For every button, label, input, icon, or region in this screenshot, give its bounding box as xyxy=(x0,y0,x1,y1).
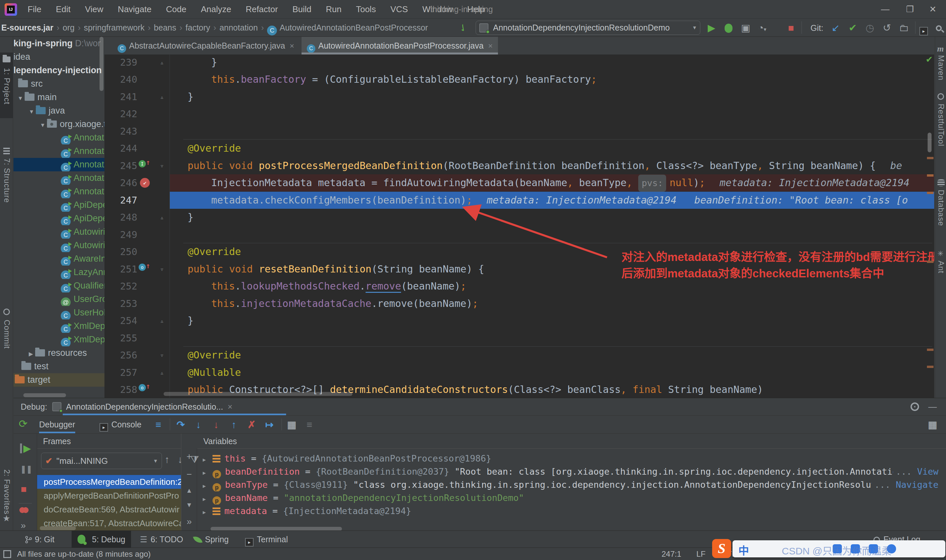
code-editor[interactable]: 239▵} 240this.beanFactory = (Configurabl… xyxy=(105,54,934,398)
collapse-icon[interactable]: ▼ xyxy=(27,105,36,117)
project-vertical-scrollbar[interactable] xyxy=(100,37,103,91)
tree-item-annotation[interactable]: @UserGrou xyxy=(14,292,105,306)
move-down-icon[interactable]: ▼ xyxy=(181,501,197,509)
line-number[interactable]: 250 xyxy=(106,243,137,260)
editor-vertical-scrollbar[interactable] xyxy=(928,132,932,152)
debug-button[interactable] xyxy=(722,22,735,34)
layout-icon[interactable]: ≡ xyxy=(151,418,165,432)
stop-icon[interactable]: ■ xyxy=(21,483,26,495)
fold-marker-icon[interactable]: ▿ xyxy=(157,261,167,278)
menu-run[interactable]: Run xyxy=(319,0,349,19)
line-number[interactable]: 247 xyxy=(106,192,137,209)
tree-item-class[interactable]: CUserHold xyxy=(14,306,105,319)
variable-row-beanname[interactable]: ▶pbeanName = "annotationDependencyInject… xyxy=(203,491,938,505)
collapse-icon[interactable]: ▼ xyxy=(39,118,47,131)
line-number[interactable]: 245 xyxy=(106,157,137,174)
stack-frame-selected[interactable]: postProcessMergedBeanDefinition:2 xyxy=(37,475,181,489)
line-number[interactable]: 257 xyxy=(106,364,137,381)
tree-root[interactable]: king-in-spring D:\wor xyxy=(14,37,105,50)
caret-position[interactable]: 247:1 xyxy=(661,548,681,560)
run-to-cursor-icon[interactable]: ↦ xyxy=(262,418,276,432)
line-number[interactable]: 244 xyxy=(106,140,137,157)
line-number[interactable]: 242 xyxy=(106,105,137,122)
stripe-mark[interactable] xyxy=(927,192,934,194)
stack-frame[interactable]: applyMergedBeanDefinitionPostPro xyxy=(37,489,181,503)
tree-item-class[interactable]: CAwareInt xyxy=(14,252,105,266)
git-update-icon[interactable]: ↙ xyxy=(829,22,842,34)
line-number[interactable]: 243 xyxy=(106,123,137,140)
tree-item-class[interactable]: CAnnotati xyxy=(14,131,105,145)
line-number[interactable]: 253 xyxy=(106,295,137,312)
override-marker-icon[interactable]: o↑ xyxy=(139,381,158,391)
profiler-button[interactable]: ◔▾ xyxy=(755,22,769,34)
tool-button-commit[interactable]: Commit xyxy=(2,320,11,349)
toolwindow-toggle-icon[interactable] xyxy=(3,550,11,558)
stack-frame[interactable]: doCreateBean:569, AbstractAutowir xyxy=(37,503,181,516)
fold-marker-icon[interactable]: ▵ xyxy=(157,312,167,329)
tree-item-src[interactable]: src xyxy=(14,77,105,91)
tree-item-class[interactable]: CApiDepe xyxy=(14,212,105,225)
tree-item-class[interactable]: CAnnotati xyxy=(14,171,105,185)
tool-button-git[interactable]: 9: Git xyxy=(19,531,60,548)
line-number[interactable]: 252 xyxy=(106,278,137,295)
stripe-mark[interactable] xyxy=(927,261,934,263)
menu-tools[interactable]: Tools xyxy=(349,0,383,19)
layout-settings-icon[interactable]: ▦ xyxy=(926,418,940,432)
line-number[interactable]: 258 xyxy=(106,381,137,398)
coverage-button[interactable]: ▣ xyxy=(739,22,752,34)
fold-marker-icon[interactable]: ▵ xyxy=(157,364,167,381)
hide-icon[interactable]: — xyxy=(928,398,937,415)
close-icon[interactable]: × xyxy=(488,42,493,50)
project-horizontal-scrollbar[interactable] xyxy=(23,393,66,397)
stop-button[interactable]: ■ xyxy=(784,22,798,34)
tree-item-java[interactable]: ▼java xyxy=(14,104,105,117)
tool-button-spring[interactable]: Spring xyxy=(188,531,234,548)
rollback-icon[interactable]: ↺ xyxy=(880,22,894,34)
tab-console[interactable]: ▸Console xyxy=(100,415,142,433)
step-over-icon[interactable]: ↷ xyxy=(174,418,188,432)
tool-button-project[interactable]: 1: Project xyxy=(2,68,11,105)
trace-settings-icon[interactable]: ≡ xyxy=(302,418,316,432)
tree-item-module[interactable]: lependency-injection xyxy=(14,64,105,77)
menu-analyze[interactable]: Analyze xyxy=(194,0,239,19)
fold-marker-icon[interactable]: ▿ xyxy=(157,157,167,174)
variable-row-metadata[interactable]: ▶metadata = {InjectionMetadata@2194} xyxy=(203,505,938,518)
tree-item-class[interactable]: CXmlDepe xyxy=(14,319,105,333)
step-out-icon[interactable]: ↑ xyxy=(227,418,241,432)
line-number[interactable]: 251 xyxy=(106,261,137,278)
line-number[interactable]: 249 xyxy=(106,226,137,243)
menu-file[interactable]: File xyxy=(20,0,49,19)
expand-icon[interactable]: ▶ xyxy=(203,466,213,478)
breakpoint-icon[interactable]: ✔ xyxy=(140,178,150,188)
tab-debugger[interactable]: Debugger xyxy=(39,415,75,433)
line-number[interactable]: 240 xyxy=(106,71,137,88)
menu-build[interactable]: Build xyxy=(285,0,319,19)
close-icon[interactable]: × xyxy=(228,402,233,411)
remove-watch-icon[interactable]: − xyxy=(181,469,197,480)
resume-icon[interactable]: ▶ xyxy=(20,443,31,453)
line-number[interactable]: 241 xyxy=(106,88,137,105)
breadcrumb-class[interactable]: AutowiredAnnotationBeanPostProcessor xyxy=(279,23,428,32)
variable-row-this[interactable]: ▶this = {AutowiredAnnotationBeanPostProc… xyxy=(203,452,938,465)
menu-view[interactable]: View xyxy=(78,0,111,19)
minimize-button[interactable]: — xyxy=(874,0,897,19)
navigate-link[interactable]: Navigate xyxy=(896,480,938,490)
tool-button-ant[interactable]: Ant xyxy=(937,261,946,274)
breadcrumb-beans[interactable]: beans xyxy=(154,23,176,32)
tree-item-main[interactable]: ▼main xyxy=(14,91,105,104)
editor-horizontal-scrollbar[interactable] xyxy=(163,392,353,396)
line-number[interactable]: 256 xyxy=(106,347,137,364)
step-into-icon[interactable]: ↓ xyxy=(191,418,205,432)
override-marker-icon[interactable]: I↑ xyxy=(139,157,158,168)
tree-item-test[interactable]: test xyxy=(14,360,105,373)
menu-vcs[interactable]: VCS xyxy=(383,0,415,19)
search-everywhere-icon[interactable] xyxy=(932,22,945,34)
breadcrumb-factory[interactable]: factory xyxy=(186,23,210,32)
more-icon[interactable]: » xyxy=(21,520,26,531)
drop-frame-icon[interactable]: ✗ xyxy=(245,418,259,432)
tree-item-class[interactable]: CQualifier xyxy=(14,279,105,292)
frames-horizontal-scrollbar[interactable] xyxy=(40,526,76,530)
stripe-mark[interactable] xyxy=(927,174,934,177)
tree-item-class[interactable]: CXmlDepe xyxy=(14,333,105,346)
run-button[interactable]: ▶ xyxy=(705,22,718,34)
